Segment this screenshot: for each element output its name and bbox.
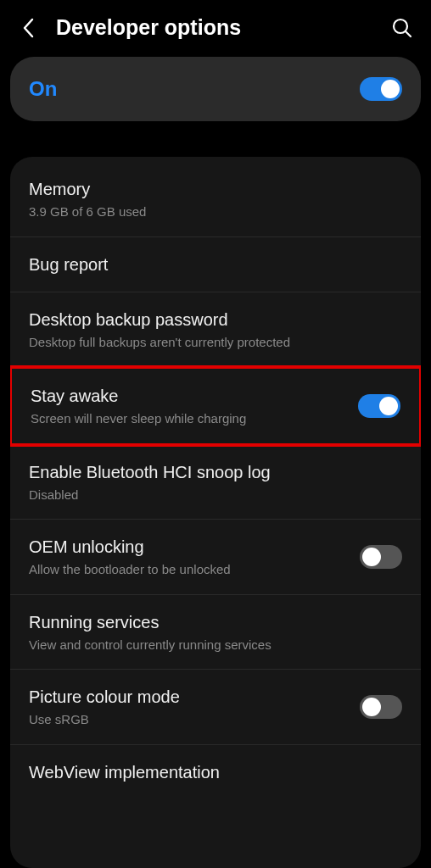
item-webview-implementation[interactable]: WebView implementation bbox=[10, 745, 421, 799]
back-icon[interactable] bbox=[17, 16, 41, 40]
search-icon[interactable] bbox=[390, 16, 414, 40]
master-toggle-row[interactable]: On bbox=[10, 57, 421, 121]
item-title: Running services bbox=[29, 611, 402, 633]
item-title: Desktop backup password bbox=[29, 309, 402, 331]
picture-colour-mode-toggle[interactable] bbox=[360, 695, 402, 719]
item-bug-report[interactable]: Bug report bbox=[10, 237, 421, 292]
item-sub: 3.9 GB of 6 GB used bbox=[29, 203, 402, 220]
item-oem-unlocking[interactable]: OEM unlocking Allow the bootloader to be… bbox=[10, 520, 421, 595]
item-picture-colour-mode[interactable]: Picture colour mode Use sRGB bbox=[10, 670, 421, 745]
item-title: Bug report bbox=[29, 253, 402, 275]
item-sub: Allow the bootloader to be unlocked bbox=[29, 561, 360, 578]
item-running-services[interactable]: Running services View and control curren… bbox=[10, 595, 421, 670]
svg-line-1 bbox=[406, 31, 411, 36]
item-sub: Use sRGB bbox=[29, 711, 360, 728]
item-title: Picture colour mode bbox=[29, 686, 360, 708]
page-title: Developer options bbox=[56, 15, 390, 40]
item-bluetooth-hci-snoop[interactable]: Enable Bluetooth HCI snoop log Disabled bbox=[10, 445, 421, 520]
item-title: WebView implementation bbox=[29, 761, 402, 783]
item-title: Memory bbox=[29, 178, 402, 200]
item-sub: Disabled bbox=[29, 487, 402, 504]
item-sub: Screen will never sleep while charging bbox=[31, 410, 358, 427]
item-title: Enable Bluetooth HCI snoop log bbox=[29, 461, 402, 483]
stay-awake-toggle[interactable] bbox=[358, 394, 400, 418]
item-title: Stay awake bbox=[31, 385, 358, 407]
header: Developer options bbox=[0, 0, 431, 57]
oem-unlocking-toggle[interactable] bbox=[360, 545, 402, 569]
item-title: OEM unlocking bbox=[29, 536, 360, 558]
item-desktop-backup-password[interactable]: Desktop backup password Desktop full bac… bbox=[10, 292, 421, 368]
item-sub: View and control currently running servi… bbox=[29, 637, 402, 654]
item-memory[interactable]: Memory 3.9 GB of 6 GB used bbox=[10, 162, 421, 237]
master-toggle-label: On bbox=[29, 77, 57, 101]
master-toggle-switch[interactable] bbox=[360, 77, 402, 101]
item-sub: Desktop full backups aren't currently pr… bbox=[29, 334, 402, 351]
settings-panel: Memory 3.9 GB of 6 GB used Bug report De… bbox=[10, 157, 421, 868]
item-stay-awake[interactable]: Stay awake Screen will never sleep while… bbox=[10, 365, 421, 447]
